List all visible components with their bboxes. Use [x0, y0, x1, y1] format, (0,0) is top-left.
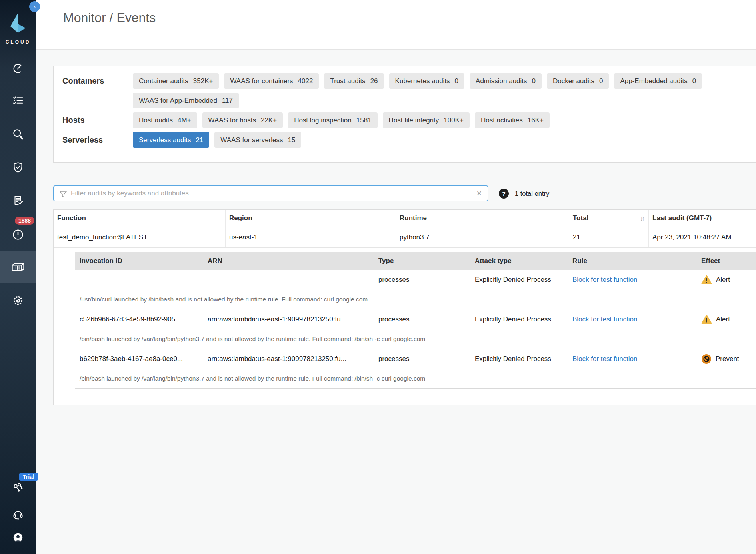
filter-chip-trust-audits[interactable]: Trust audits26 — [324, 73, 384, 89]
keys-icon — [12, 482, 24, 494]
column-rule: Rule — [572, 257, 701, 265]
audit-effect: Alert — [701, 315, 756, 324]
audit-invocation-id: b629b78f-3aeb-4167-ae8a-0ce0... — [75, 355, 208, 363]
filter-chip-host-audits[interactable]: Host audits4M+ — [133, 112, 197, 128]
filter-chip-waas-for-serverless[interactable]: WAAS for serverless15 — [214, 132, 301, 148]
filter-chip-admission-audits[interactable]: Admission audits0 — [470, 73, 542, 89]
sidebar-item-keys[interactable] — [0, 478, 36, 497]
audit-row[interactable]: c526b966-67d3-4e59-8b92-905...arn:aws:la… — [75, 309, 756, 329]
chip-count: 26 — [370, 77, 378, 85]
audit-type-filters: ContainersContainer audits352K+WAAS for … — [53, 66, 756, 163]
sidebar-expand-button[interactable]: › — [29, 1, 40, 12]
notification-badge: 1888 — [15, 217, 34, 225]
sidebar-item-headset[interactable] — [0, 505, 36, 524]
chip-label: WAAS for App-Embedded — [139, 97, 217, 105]
clear-filter-icon[interactable]: ✕ — [476, 189, 482, 198]
column-region[interactable]: Region — [226, 210, 396, 227]
filter-chip-host-activities[interactable]: Host activities16K+ — [475, 112, 550, 128]
audit-rule: Block for test function — [572, 355, 701, 363]
function-region: us-east-1 — [226, 227, 396, 247]
chip-label: Host activities — [481, 116, 523, 124]
chip-label: Container audits — [139, 77, 188, 85]
filter-group-hosts: HostsHost audits4M+WAAS for hosts22K+Hos… — [62, 112, 752, 128]
chip-count: 117 — [222, 97, 233, 105]
filter-chip-app-embedded-audits[interactable]: App-Embedded audits0 — [614, 73, 702, 89]
sidebar-item-document-check[interactable] — [0, 191, 36, 209]
chip-count: 0 — [455, 77, 458, 85]
gauge-icon — [12, 62, 24, 74]
invocations-table-header: Invocation ID ARN Type Attack type Rule … — [75, 252, 756, 270]
help-icon[interactable]: ? — [499, 189, 509, 199]
sidebar-item-alert[interactable] — [0, 225, 36, 244]
profile-icon — [12, 532, 24, 544]
chip-count: 0 — [532, 77, 536, 85]
filter-search-box: ✕ — [53, 185, 488, 201]
chip-count: 15 — [288, 136, 296, 144]
sidebar-item-shield-check[interactable] — [0, 158, 36, 177]
audit-invocation-id: c526b966-67d3-4e59-8b92-905... — [75, 315, 208, 323]
chip-label: Kubernetes audits — [395, 77, 450, 85]
audit-row[interactable]: b629b78f-3aeb-4167-ae8a-0ce0...arn:aws:l… — [75, 349, 756, 369]
app-logo[interactable]: CLOUD — [0, 12, 36, 45]
function-row[interactable]: test_demo_function:$LATEST us-east-1 pyt… — [54, 227, 756, 248]
sidebar: › CLOUD 1888 Trial — [0, 0, 36, 554]
filter-chip-kubernetes-audits[interactable]: Kubernetes audits0 — [389, 73, 465, 89]
effect-label: Alert — [716, 315, 730, 323]
chip-label: Host file integrity — [389, 116, 439, 124]
shield-check-icon — [12, 161, 24, 173]
sidebar-item-profile[interactable] — [0, 528, 36, 547]
column-invocation-id: Invocation ID — [75, 257, 208, 265]
column-total[interactable]: Total ↓↑ — [569, 210, 649, 227]
filter-chip-docker-audits[interactable]: Docker audits0 — [547, 73, 609, 89]
audit-row[interactable]: processesExplicitly Denied ProcessBlock … — [75, 270, 756, 290]
filter-chip-waas-for-app-embedded[interactable]: WAAS for App-Embedded117 — [133, 93, 239, 108]
filter-chip-serverless-audits[interactable]: Serverless audits21 — [133, 132, 209, 148]
effect-label: Prevent — [716, 355, 739, 363]
sort-icon[interactable]: ↓↑ — [640, 215, 648, 222]
audits-table-card: Function Region Runtime Total ↓↑ Last au… — [53, 209, 756, 405]
filter-chip-host-log-inspection[interactable]: Host log inspection1581 — [288, 112, 377, 128]
checklist-icon — [12, 94, 24, 106]
chip-count: 4022 — [298, 77, 313, 85]
filter-group-serverless: ServerlessServerless audits21WAAS for se… — [62, 132, 752, 148]
filter-chip-waas-for-containers[interactable]: WAAS for containers4022 — [224, 73, 319, 89]
page-title: Monitor / Events — [63, 10, 156, 25]
audit-type: processes — [378, 276, 475, 284]
chip-wrap: Container audits352K+WAAS for containers… — [133, 73, 752, 108]
audit-type: processes — [378, 315, 475, 323]
sidebar-item-container[interactable] — [0, 251, 36, 283]
filter-group-containers: ContainersContainer audits352K+WAAS for … — [62, 73, 752, 108]
prisma-logo-icon — [9, 12, 27, 35]
column-function[interactable]: Function — [54, 210, 226, 227]
sidebar-item-search[interactable] — [0, 125, 36, 143]
sidebar-item-gear-wrench[interactable] — [0, 291, 36, 310]
audit-message: /bin/bash launched by /var/lang/bin/pyth… — [75, 369, 756, 389]
chip-label: Host audits — [139, 116, 173, 124]
column-effect: Effect — [701, 257, 756, 265]
column-type: Type — [378, 257, 475, 265]
filter-chip-container-audits[interactable]: Container audits352K+ — [133, 73, 219, 89]
column-runtime[interactable]: Runtime — [396, 210, 569, 227]
search-input[interactable] — [54, 186, 488, 201]
chip-label: Admission audits — [476, 77, 527, 85]
audit-effect: Prevent — [701, 354, 756, 364]
function-last-audit: Apr 23, 2021 10:48:27 AM — [649, 227, 756, 247]
chip-count: 4M+ — [178, 116, 191, 124]
column-last-audit[interactable]: Last audit (GMT-7) — [649, 210, 756, 227]
trial-badge: Trial — [19, 473, 38, 481]
chip-label: Docker audits — [553, 77, 594, 85]
audit-rule: Block for test function — [572, 276, 701, 284]
sidebar-item-gauge[interactable] — [0, 59, 36, 77]
filter-chip-host-file-integrity[interactable]: Host file integrity100K+ — [383, 112, 470, 128]
chip-label: WAAS for serverless — [220, 136, 283, 144]
functions-table-header: Function Region Runtime Total ↓↑ Last au… — [54, 210, 756, 227]
chip-count: 0 — [599, 77, 603, 85]
rule-link[interactable]: Block for test function — [572, 276, 638, 283]
prevent-icon — [701, 354, 712, 364]
sidebar-item-checklist[interactable] — [0, 91, 36, 110]
rule-link[interactable]: Block for test function — [572, 315, 638, 323]
filter-chip-waas-for-hosts[interactable]: WAAS for hosts22K+ — [202, 112, 283, 128]
rule-link[interactable]: Block for test function — [572, 355, 638, 363]
audit-attack-type: Explicitly Denied Process — [475, 315, 572, 323]
chip-count: 1581 — [356, 116, 372, 124]
